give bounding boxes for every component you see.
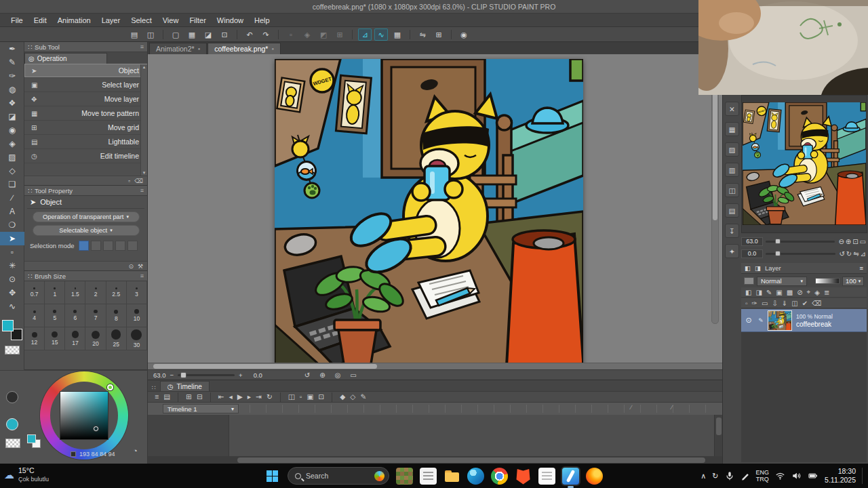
slider-thumb[interactable] bbox=[775, 239, 781, 244]
zoom-100-icon[interactable]: ◎ bbox=[335, 371, 341, 379]
show-desktop-button[interactable] bbox=[862, 468, 864, 484]
panel-menu-icon[interactable]: ≡ bbox=[140, 187, 144, 194]
material-image-icon[interactable]: ▤ bbox=[725, 203, 739, 218]
layer-search-tab-icon[interactable]: ◨ bbox=[755, 264, 761, 272]
material-color-pattern-icon[interactable]: ▦ bbox=[725, 122, 739, 136]
timeline-enable-keyframes-button[interactable]: ◆ bbox=[340, 392, 345, 402]
delete-subtool-icon[interactable]: ⌫ bbox=[134, 178, 143, 184]
layer-row-coffeebreak[interactable]: ⊙ ✎ 100 % Normal coffeebreak bbox=[741, 309, 867, 332]
flip-preview-icon[interactable]: ▭ bbox=[350, 371, 356, 379]
selection-mode-2[interactable] bbox=[91, 241, 101, 251]
transfer-to-lower-icon[interactable]: ⇩ bbox=[772, 300, 777, 307]
transparent-part-operation-button[interactable]: Operation of transparent part ▾ bbox=[33, 211, 140, 222]
material-monochromatic-icon[interactable]: ▥ bbox=[725, 163, 739, 177]
scroll-down-icon[interactable]: ▾ bbox=[143, 170, 146, 176]
menu-animation[interactable]: Animation bbox=[52, 14, 96, 27]
toolbar-deselect-button[interactable]: ▫ bbox=[284, 28, 298, 41]
timeline-frame-ruler[interactable] bbox=[250, 405, 713, 413]
mini-main-color[interactable] bbox=[27, 434, 36, 443]
draft-layer-icon[interactable]: ✎ bbox=[766, 289, 772, 296]
brush-size-12[interactable]: 12 bbox=[24, 327, 45, 350]
brush-size-1.5[interactable]: 1.5 bbox=[65, 281, 85, 304]
navigator-zoom-out-button[interactable]: ⊖ bbox=[837, 238, 844, 245]
taskbar-app-game[interactable] bbox=[396, 468, 413, 485]
subtool-edit-timeline[interactable]: ◷Edit timeline bbox=[24, 149, 147, 163]
color-swatch-pair[interactable] bbox=[2, 320, 22, 340]
toolbar-new-button[interactable]: ▢ bbox=[169, 28, 182, 41]
tool-pen-icon[interactable]: ✒ bbox=[0, 42, 24, 56]
navigator-rotation-slider[interactable] bbox=[766, 253, 835, 255]
tool-blend-icon[interactable]: ◉ bbox=[0, 123, 24, 137]
taskbar-search[interactable]: Search bbox=[288, 467, 389, 485]
clip-at-layer-icon[interactable]: ◧ bbox=[745, 289, 751, 296]
timeline-onion-skin-button[interactable]: ◫ bbox=[288, 392, 295, 402]
brush-size-6[interactable]: 6 bbox=[65, 304, 85, 327]
clock-widget[interactable]: 18:30 5.11.2025 bbox=[825, 467, 856, 485]
sv-cursor[interactable] bbox=[94, 426, 98, 431]
set-as-ruler-icon[interactable]: ⌖ bbox=[807, 288, 811, 296]
brush-size-30[interactable]: 30 bbox=[127, 327, 147, 350]
navigator-fit-to-screen-button[interactable]: ⊡ bbox=[852, 238, 859, 245]
menu-filter[interactable]: Filter bbox=[184, 14, 211, 27]
scrollbar-thumb[interactable] bbox=[153, 364, 377, 369]
menu-window[interactable]: Window bbox=[212, 14, 249, 27]
navigator-reset-rotation-button[interactable]: ⊿ bbox=[860, 250, 867, 258]
subtool-object[interactable]: ➤Object bbox=[24, 64, 147, 78]
selection-mode-4[interactable] bbox=[115, 241, 125, 251]
timeline-play-button[interactable]: ▶ bbox=[237, 392, 243, 402]
brush-size-2[interactable]: 2 bbox=[85, 281, 106, 304]
main-color-swatch[interactable] bbox=[2, 320, 14, 331]
tool-correct-line-icon[interactable]: ∿ bbox=[0, 300, 24, 313]
layer-color-icon[interactable]: ◈ bbox=[814, 289, 820, 296]
canvas-vertical-scrollbar[interactable] bbox=[711, 58, 719, 324]
blend-mode-dropdown[interactable]: Normal ▾ bbox=[757, 277, 807, 286]
tray-chevron-up-icon[interactable]: ∧ bbox=[701, 472, 706, 481]
brush-size-20[interactable]: 20 bbox=[85, 327, 106, 350]
taskbar-edge[interactable] bbox=[467, 468, 484, 485]
scrollbar-thumb[interactable] bbox=[237, 458, 705, 463]
brush-size-2.5[interactable]: 2.5 bbox=[106, 281, 127, 304]
timeline-new-animation-cel-button[interactable]: ▫ bbox=[300, 392, 302, 402]
tool-figure-icon[interactable]: ◇ bbox=[0, 164, 24, 178]
tool-gradient-icon[interactable]: ▨ bbox=[0, 150, 24, 164]
transparent-color-button[interactable] bbox=[5, 439, 20, 448]
new-raster-layer-icon[interactable]: ▫ bbox=[745, 300, 748, 307]
document-tab-2[interactable]: coffeebreak.png*● bbox=[208, 43, 281, 54]
layer-filter-chip[interactable] bbox=[744, 277, 754, 285]
layer-visibility-eye-icon[interactable]: ⊙ bbox=[743, 316, 754, 325]
navigator-zoom-value[interactable]: 63.0 bbox=[741, 237, 763, 246]
zoom-slider[interactable] bbox=[178, 374, 235, 376]
layer-property-tab-icon[interactable]: ◧ bbox=[745, 264, 751, 272]
taskbar-app-white[interactable] bbox=[420, 468, 437, 485]
tool-settings-icon[interactable]: ⚒ bbox=[138, 263, 143, 270]
tool-eraser-icon[interactable]: ◪ bbox=[0, 110, 24, 123]
transparent-color-swatch[interactable] bbox=[5, 346, 20, 354]
slider-thumb[interactable] bbox=[775, 251, 781, 256]
canvas-artwork[interactable] bbox=[275, 59, 583, 363]
taskbar-clip-studio-paint[interactable] bbox=[562, 468, 579, 485]
brush-size-0.7[interactable]: 0.7 bbox=[24, 281, 45, 304]
speaker-icon[interactable] bbox=[791, 471, 802, 481]
material-download-icon[interactable]: ↧ bbox=[725, 224, 739, 238]
taskbar-chrome[interactable] bbox=[491, 468, 508, 485]
material-manga-icon[interactable]: ◫ bbox=[725, 183, 739, 197]
brush-size-7[interactable]: 7 bbox=[85, 304, 106, 327]
taskbar-brave[interactable] bbox=[515, 468, 532, 485]
battery-icon[interactable] bbox=[808, 471, 818, 481]
tool-auto-select-icon[interactable]: ✳ bbox=[0, 259, 24, 272]
document-tab-1[interactable]: Animation2*● bbox=[149, 43, 207, 54]
fit-to-screen-icon[interactable]: ⊕ bbox=[319, 371, 325, 379]
taskbar-file-explorer[interactable] bbox=[443, 468, 460, 485]
brush-size-10[interactable]: 10 bbox=[127, 304, 147, 327]
selection-mode-5[interactable] bbox=[127, 241, 138, 251]
tool-text-icon[interactable]: A bbox=[0, 205, 24, 218]
tool-pencil-icon[interactable]: ✎ bbox=[0, 56, 24, 69]
selection-mode-1[interactable] bbox=[79, 241, 89, 251]
subtool-move-layer[interactable]: ✥Move layer bbox=[24, 92, 147, 106]
sub-color-button[interactable] bbox=[6, 418, 18, 430]
color-history-icon[interactable]: ◔ bbox=[133, 447, 138, 455]
new-layer-folder-icon[interactable]: ▭ bbox=[762, 300, 768, 307]
timeline-tracks-area[interactable] bbox=[148, 415, 722, 456]
toolbar-grid-button[interactable]: ⊞ bbox=[432, 28, 446, 41]
tool-brush-icon[interactable]: ✑ bbox=[0, 69, 24, 83]
